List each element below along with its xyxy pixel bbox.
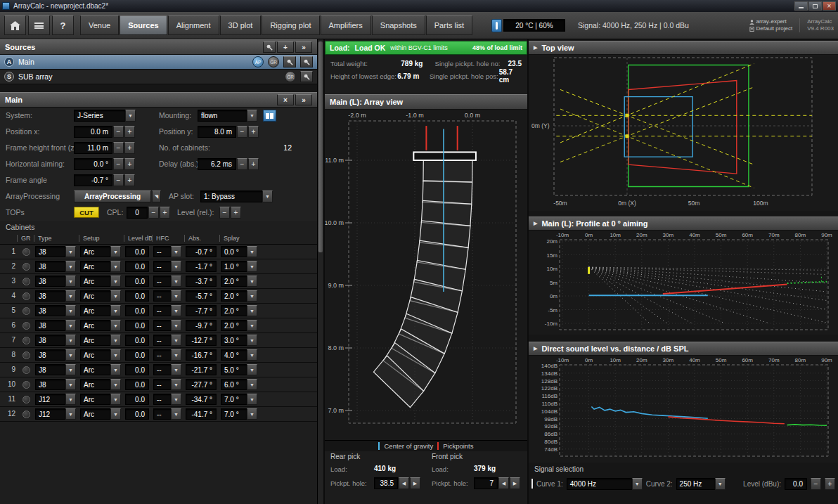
cabinet-abs-field[interactable]: -34.7 ° — [186, 394, 217, 405]
cabinet-abs-field[interactable]: -5.7 ° — [186, 290, 217, 302]
cabinet-setup-dropdown[interactable]: Arc▼ — [80, 408, 121, 420]
detail-close-button[interactable]: × — [277, 94, 294, 105]
cabinet-splay-dropdown[interactable]: 7.0 °▼ — [221, 394, 257, 405]
cabinet-splay-dropdown[interactable]: 4.0 °▼ — [221, 349, 257, 361]
source-row-sub-array[interactable]: S SUB array GR — [0, 70, 317, 84]
cabinet-type-dropdown[interactable]: J8▼ — [35, 246, 76, 257]
cabinet-splay-dropdown[interactable]: 5.0 °▼ — [221, 364, 257, 375]
menu-button[interactable] — [28, 15, 50, 35]
cabinet-splay-dropdown[interactable]: 6.0 °▼ — [221, 379, 257, 390]
system-dropdown[interactable]: J-Series▼ — [74, 110, 136, 122]
cabinet-abs-field[interactable]: -21.7 ° — [186, 364, 217, 375]
cabinet-setup-dropdown[interactable]: Arc▼ — [80, 276, 121, 287]
cabinet-abs-field[interactable]: -27.7 ° — [186, 379, 217, 390]
frame-angle-minus-button[interactable]: − — [113, 174, 124, 186]
cabinet-abs-field[interactable]: -9.7 ° — [186, 320, 217, 331]
cabinet-level-field[interactable]: 0.0 — [125, 320, 149, 331]
cabinet-level-field[interactable]: 0.0 — [125, 408, 149, 420]
cabinet-type-dropdown[interactable]: J12▼ — [35, 408, 76, 420]
scrollbar-thumb[interactable] — [318, 41, 323, 252]
gr-radio[interactable] — [22, 411, 30, 418]
cabinet-hfc-dropdown[interactable]: --▼ — [153, 276, 181, 287]
position-x-minus-button[interactable]: − — [113, 126, 124, 138]
cabinet-hfc-dropdown[interactable]: --▼ — [153, 349, 181, 361]
frame-angle-field[interactable]: -0.7 ° — [74, 174, 112, 186]
tab-snapshots[interactable]: Snapshots — [372, 15, 425, 35]
cabinet-hfc-dropdown[interactable]: --▼ — [153, 290, 181, 302]
front-hole-field[interactable]: 7 — [474, 477, 498, 489]
cabinet-splay-dropdown[interactable]: 3.0 °▼ — [221, 335, 257, 346]
pair-view-toggle-button[interactable] — [263, 110, 276, 122]
cabinet-splay-dropdown[interactable]: 2.0 °▼ — [221, 305, 257, 316]
cabinet-abs-field[interactable]: -7.7 ° — [186, 305, 217, 316]
cpl-field[interactable]: 0 — [127, 207, 148, 219]
climate-widget[interactable]: 20 °C | 60% — [491, 19, 565, 32]
cabinet-splay-dropdown[interactable]: 2.0 °▼ — [221, 290, 257, 302]
gr-radio[interactable] — [22, 396, 30, 403]
cabinet-hfc-dropdown[interactable]: --▼ — [153, 320, 181, 331]
cabinet-level-field[interactable]: 0.0 — [125, 290, 149, 302]
cabinet-level-field[interactable]: 0.0 — [125, 261, 149, 272]
cabinet-setup-dropdown[interactable]: Arc▼ — [80, 364, 121, 375]
cabinet-abs-field[interactable]: -16.7 ° — [186, 349, 217, 361]
delay-field[interactable]: 6.2 ms — [198, 158, 236, 170]
cabinet-abs-field[interactable]: -12.7 ° — [186, 335, 217, 346]
cabinet-type-dropdown[interactable]: J8▼ — [35, 290, 76, 302]
cpl-plus-button[interactable]: + — [160, 207, 170, 219]
pin-source-button[interactable] — [300, 71, 313, 82]
cabinet-setup-dropdown[interactable]: Arc▼ — [80, 246, 121, 257]
cabinet-abs-field[interactable]: -1.7 ° — [186, 261, 217, 272]
sources-scrollbar[interactable] — [317, 39, 323, 504]
delay-plus-button[interactable]: + — [248, 158, 259, 170]
profile-header[interactable]: ▶ Main (L): Profile at 0 ° aiming — [529, 217, 838, 231]
gr-radio[interactable] — [22, 248, 30, 256]
ap-expand-button[interactable]: ◥ — [152, 190, 161, 202]
cabinet-type-dropdown[interactable]: J8▼ — [35, 379, 76, 390]
detail-collapse-button[interactable]: » — [295, 94, 312, 105]
cabinet-type-dropdown[interactable]: J8▼ — [35, 364, 76, 375]
horizontal-aiming-field[interactable]: 0.0 ° — [74, 158, 112, 170]
account-block[interactable]: array-expert Default project — [749, 18, 793, 32]
level-dbu-field[interactable]: 0.0 — [785, 478, 807, 490]
ap-chip[interactable]: AP — [252, 56, 264, 67]
cabinet-abs-field[interactable]: -0.7 ° — [186, 246, 217, 257]
cabinet-setup-dropdown[interactable]: Arc▼ — [80, 320, 121, 331]
cabinet-setup-dropdown[interactable]: Arc▼ — [80, 379, 121, 390]
cabinet-splay-dropdown[interactable]: 1.0 °▼ — [221, 261, 257, 272]
top-view-header[interactable]: ▶ Top view — [529, 41, 838, 55]
ap-slot-dropdown[interactable]: 1: Bypass▼ — [200, 190, 273, 202]
arrayprocessing-button[interactable]: ArrayProcessing — [74, 190, 151, 202]
add-source-button[interactable]: + — [277, 41, 294, 53]
tab-3d-plot[interactable]: 3D plot — [220, 15, 262, 35]
rear-hole-next-button[interactable]: ▶ — [410, 477, 420, 489]
gr-radio[interactable] — [22, 366, 30, 374]
gr-radio[interactable] — [22, 307, 30, 315]
tab-alignment[interactable]: Alignment — [168, 15, 219, 35]
cabinet-setup-dropdown[interactable]: Arc▼ — [80, 335, 121, 346]
cabinet-hfc-dropdown[interactable]: --▼ — [153, 246, 181, 257]
cabinet-setup-dropdown[interactable]: Arc▼ — [80, 261, 121, 272]
pin-source-button-2[interactable] — [300, 56, 313, 67]
maximize-button[interactable] — [808, 1, 822, 11]
cabinet-type-dropdown[interactable]: J12▼ — [35, 394, 76, 405]
cabinet-level-field[interactable]: 0.0 — [125, 276, 149, 287]
cabinet-hfc-dropdown[interactable]: --▼ — [153, 305, 181, 316]
cabinet-hfc-dropdown[interactable]: --▼ — [153, 394, 181, 405]
minimize-button[interactable] — [794, 1, 808, 11]
rear-hole-field[interactable]: 38.5 — [374, 477, 398, 489]
front-hole-next-button[interactable]: ▶ — [510, 477, 520, 489]
gr-radio[interactable] — [22, 381, 30, 389]
cpl-minus-button[interactable]: − — [148, 207, 159, 219]
cabinet-type-dropdown[interactable]: J8▼ — [35, 305, 76, 316]
cabinet-abs-field[interactable]: -41.7 ° — [186, 408, 217, 420]
cabinet-level-field[interactable]: 0.0 — [125, 305, 149, 316]
cabinet-hfc-dropdown[interactable]: --▼ — [153, 335, 181, 346]
cabinet-splay-dropdown[interactable]: 7.0 °▼ — [221, 408, 257, 420]
curve1-dropdown[interactable]: 4000 Hz▼ — [567, 478, 643, 490]
cabinet-setup-dropdown[interactable]: Arc▼ — [80, 290, 121, 302]
aiming-plus-button[interactable]: + — [124, 158, 135, 170]
cabinet-setup-dropdown[interactable]: Arc▼ — [80, 349, 121, 361]
cabinet-setup-dropdown[interactable]: Arc▼ — [80, 305, 121, 316]
position-y-plus-button[interactable]: + — [248, 126, 259, 138]
help-button[interactable]: ? — [52, 15, 74, 35]
